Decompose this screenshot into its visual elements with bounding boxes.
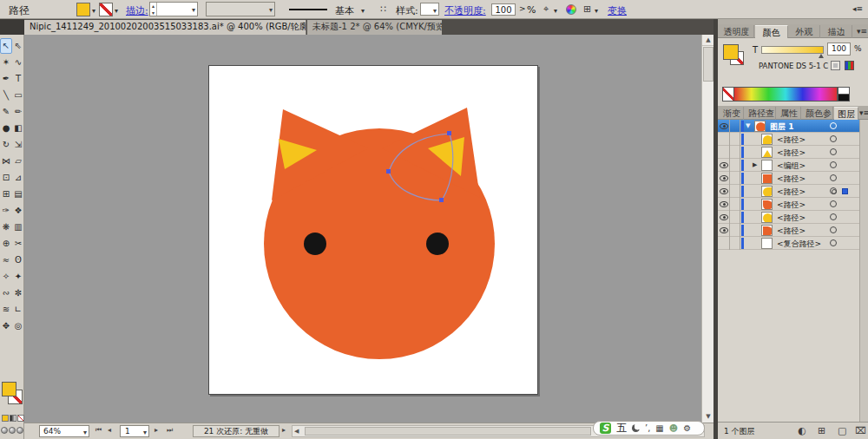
fill-color-swatch[interactable] xyxy=(76,3,90,16)
rotate-tool-icon[interactable]: ↻ xyxy=(0,137,12,153)
new-sublayer-icon[interactable]: ⊞ xyxy=(818,425,825,436)
symbol-sprayer-tool-icon[interactable]: ❋ xyxy=(0,220,12,235)
anchor-point[interactable] xyxy=(447,131,451,135)
free-transform-tool-icon[interactable]: ▱ xyxy=(12,154,24,169)
stroke-weight-dropdown-icon[interactable]: ▾ xyxy=(192,6,195,14)
artboard-dropdown-icon[interactable]: ▾ xyxy=(143,428,147,438)
visibility-cell[interactable] xyxy=(718,172,730,185)
scale-tool-icon[interactable]: ⇲ xyxy=(12,137,24,153)
layer-name[interactable]: <编组> xyxy=(777,161,806,172)
new-layer-icon[interactable]: ▢ xyxy=(838,425,846,436)
visibility-cell[interactable] xyxy=(718,159,730,172)
tab-transparency[interactable]: 透明度 xyxy=(720,25,754,38)
style-dropdown[interactable]: ▾ xyxy=(420,3,439,16)
lock-cell[interactable] xyxy=(730,120,740,133)
blend-tool-icon[interactable]: ❖ xyxy=(12,203,24,219)
direct-selection-tool-icon[interactable]: ⇖ xyxy=(12,38,24,54)
paintbrush-tool-icon[interactable]: ✎ xyxy=(0,104,12,120)
lock-cell[interactable] xyxy=(730,185,740,198)
measure-tool-icon[interactable]: ∟ xyxy=(12,302,24,318)
panel-menu-icon[interactable]: ▾≡ xyxy=(859,108,868,117)
color-spectrum-bar[interactable] xyxy=(734,87,838,102)
opacity-input[interactable]: 100 xyxy=(491,3,516,16)
line-segment-tool-icon[interactable]: ╲ xyxy=(0,88,12,103)
cat-right-eye[interactable] xyxy=(426,233,449,255)
fill-dropdown-icon[interactable]: ▾ xyxy=(92,7,95,15)
target-circle-icon[interactable] xyxy=(830,239,837,246)
toolbox-fill-swatch[interactable] xyxy=(2,382,16,396)
visibility-cell[interactable] xyxy=(718,237,730,250)
recolor-artwork-icon[interactable] xyxy=(566,4,576,15)
visibility-cell[interactable] xyxy=(718,120,730,133)
canvas-area[interactable]: ▲ ▼ xyxy=(24,35,713,423)
draw-inside-mode-button[interactable] xyxy=(16,427,23,434)
layer-row[interactable]: <路径> xyxy=(718,224,868,237)
pencil-tool-icon[interactable]: ✏ xyxy=(12,104,24,120)
layer-thumbnail[interactable] xyxy=(761,160,773,171)
eye-icon[interactable] xyxy=(720,175,728,181)
width-profile-dropdown-icon[interactable]: ▾ xyxy=(269,6,273,14)
tab-pathfinder[interactable]: 路径查 xyxy=(745,107,776,120)
keyboard-icon[interactable]: ▦ xyxy=(655,422,663,435)
layer-row[interactable]: <路径> xyxy=(718,198,868,211)
layer-thumbnail[interactable] xyxy=(761,147,773,158)
tab-appearance[interactable]: 外观 xyxy=(789,25,820,38)
color-mode-icon[interactable] xyxy=(845,61,854,70)
target-circle-icon[interactable] xyxy=(830,135,837,142)
target-circle-icon[interactable] xyxy=(830,148,837,155)
lock-cell[interactable] xyxy=(730,224,740,237)
wrinkle-tool-icon[interactable]: ≋ xyxy=(0,302,12,318)
layer-row[interactable]: ▶ <编组> xyxy=(718,159,868,172)
arrange-documents-icon[interactable]: ⊞ xyxy=(583,3,591,15)
eye-icon[interactable] xyxy=(720,227,728,233)
layer-name[interactable]: <路径> xyxy=(777,147,806,159)
eye-icon[interactable] xyxy=(720,162,728,168)
bloat-tool-icon[interactable]: ✦ xyxy=(12,269,24,285)
eye-icon[interactable] xyxy=(720,123,728,129)
layer-row[interactable]: <路径> xyxy=(718,172,868,185)
eraser-tool-icon[interactable]: ◧ xyxy=(12,121,24,136)
layer-row[interactable]: <路径> xyxy=(718,185,868,198)
layer-row[interactable]: <复合路径> xyxy=(718,237,868,250)
scroll-down-icon[interactable]: ▼ xyxy=(702,411,713,423)
zoom-tool-icon[interactable]: ◎ xyxy=(12,318,24,334)
layer-thumbnail[interactable] xyxy=(761,173,773,184)
lock-cell[interactable] xyxy=(730,198,740,211)
eyedropper-tool-icon[interactable]: ✑ xyxy=(0,203,12,219)
target-circle-icon[interactable] xyxy=(830,161,837,168)
shape-builder-tool-icon[interactable]: ⊡ xyxy=(0,170,12,186)
last-artboard-icon[interactable]: ⏭ xyxy=(167,426,173,435)
warp-tool-icon[interactable]: ≈ xyxy=(0,252,12,268)
expand-triangle-icon[interactable]: ▼ xyxy=(746,122,750,129)
undo-status[interactable]: 21 次还原: 无重做 xyxy=(193,425,279,437)
select-similar-icon[interactable]: ⌖ xyxy=(543,3,549,15)
stroke-dropdown-icon[interactable]: ▾ xyxy=(115,7,118,15)
tab-attributes[interactable]: 属性 xyxy=(777,107,801,120)
blob-brush-tool-icon[interactable]: ● xyxy=(0,121,12,136)
layer-thumbnail[interactable] xyxy=(761,238,773,249)
clipping-mask-icon[interactable]: ◐ xyxy=(798,425,806,436)
gamut-warning-icon[interactable] xyxy=(831,61,840,70)
lock-cell[interactable] xyxy=(730,133,740,146)
layer-name[interactable]: 图层 1 xyxy=(770,121,793,133)
gradient-mode-button[interactable] xyxy=(10,415,16,422)
target-circle-icon[interactable] xyxy=(830,187,837,194)
layer-name[interactable]: <路径> xyxy=(777,226,806,237)
none-mode-button[interactable] xyxy=(17,415,24,422)
spectrum-none-swatch[interactable] xyxy=(722,87,734,102)
width-profile-dropdown[interactable]: ▾ xyxy=(206,2,275,16)
punctuation-icon[interactable]: ’, xyxy=(645,422,650,435)
spectrum-black-swatch[interactable] xyxy=(838,94,850,102)
draw-behind-mode-button[interactable] xyxy=(9,427,16,434)
stroke-color-swatch[interactable] xyxy=(99,3,113,16)
slice-tool-icon[interactable]: ✂ xyxy=(12,236,24,252)
artboard[interactable] xyxy=(208,65,538,395)
zoom-level-dropdown[interactable]: 64% ▾ xyxy=(39,425,89,437)
pucker-tool-icon[interactable]: ✧ xyxy=(0,269,12,285)
tint-slider[interactable] xyxy=(761,46,824,54)
brush-definition-dropdown-icon[interactable]: ▾ xyxy=(361,7,365,15)
visibility-cell[interactable] xyxy=(718,133,730,146)
mesh-tool-icon[interactable]: ⊞ xyxy=(0,187,12,202)
status-flyout-icon[interactable]: ▸ xyxy=(282,426,286,434)
rectangle-tool-icon[interactable]: ▭ xyxy=(12,88,24,103)
